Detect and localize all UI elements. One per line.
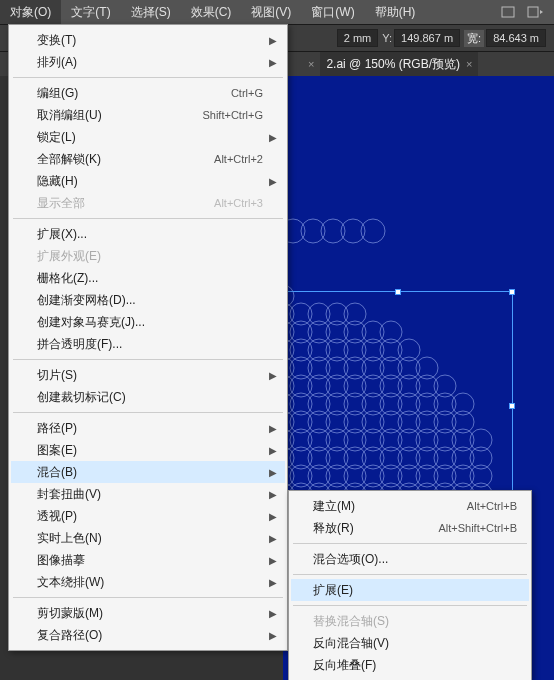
chevron-right-icon: ▶ xyxy=(269,176,277,187)
submenu-options[interactable]: 混合选项(O)... xyxy=(291,548,529,570)
handle[interactable] xyxy=(509,403,515,409)
menu-compound-path[interactable]: 复合路径(O)▶ xyxy=(11,624,285,646)
chevron-right-icon: ▶ xyxy=(269,445,277,456)
object-menu-dropdown: 变换(T)▶ 排列(A)▶ 编组(G)Ctrl+G 取消编组(U)Shift+C… xyxy=(8,24,288,651)
separator xyxy=(13,218,283,219)
menu-slice[interactable]: 切片(S)▶ xyxy=(11,364,285,386)
chevron-right-icon: ▶ xyxy=(269,423,277,434)
toolbar-icon-2[interactable] xyxy=(526,4,546,20)
close-icon[interactable]: × xyxy=(308,52,314,76)
chevron-right-icon: ▶ xyxy=(269,555,277,566)
menu-pattern[interactable]: 图案(E)▶ xyxy=(11,439,285,461)
separator xyxy=(13,77,283,78)
menu-transform[interactable]: 变换(T)▶ xyxy=(11,29,285,51)
menu-text-wrap[interactable]: 文本绕排(W)▶ xyxy=(11,571,285,593)
separator xyxy=(13,412,283,413)
menu-show-all: 显示全部Alt+Ctrl+3 xyxy=(11,192,285,214)
menu-flatten-transparency[interactable]: 拼合透明度(F)... xyxy=(11,333,285,355)
menu-view[interactable]: 视图(V) xyxy=(241,0,301,24)
submenu-reverse-front[interactable]: 反向堆叠(F) xyxy=(291,654,529,676)
menu-type[interactable]: 文字(T) xyxy=(61,0,120,24)
w-label: 宽: xyxy=(464,30,484,47)
toolbar-icon-1[interactable] xyxy=(498,4,518,20)
chevron-right-icon: ▶ xyxy=(269,533,277,544)
tab-label: 2.ai @ 150% (RGB/预览) xyxy=(326,52,460,76)
separator xyxy=(13,359,283,360)
menu-perspective[interactable]: 透视(P)▶ xyxy=(11,505,285,527)
blend-submenu: 建立(M)Alt+Ctrl+B 释放(R)Alt+Shift+Ctrl+B 混合… xyxy=(288,490,532,680)
menu-rasterize[interactable]: 栅格化(Z)... xyxy=(11,267,285,289)
menu-ungroup[interactable]: 取消编组(U)Shift+Ctrl+G xyxy=(11,104,285,126)
chevron-right-icon: ▶ xyxy=(269,577,277,588)
submenu-make[interactable]: 建立(M)Alt+Ctrl+B xyxy=(291,495,529,517)
menu-expand[interactable]: 扩展(X)... xyxy=(11,223,285,245)
tab-doc-1[interactable]: × xyxy=(300,52,320,76)
menu-image-trace[interactable]: 图像描摹▶ xyxy=(11,549,285,571)
unit-field[interactable]: 2 mm xyxy=(337,29,379,47)
menubar: 对象(O) 文字(T) 选择(S) 效果(C) 视图(V) 窗口(W) 帮助(H… xyxy=(0,0,554,24)
submenu-replace-spine: 替换混合轴(S) xyxy=(291,610,529,632)
handle[interactable] xyxy=(395,289,401,295)
separator xyxy=(293,605,527,606)
menu-unlock-all[interactable]: 全部解锁(K)Alt+Ctrl+2 xyxy=(11,148,285,170)
menu-blend[interactable]: 混合(B)▶ xyxy=(11,461,285,483)
chevron-right-icon: ▶ xyxy=(269,132,277,143)
tab-doc-2[interactable]: 2.ai @ 150% (RGB/预览)× xyxy=(320,52,478,76)
chevron-right-icon: ▶ xyxy=(269,511,277,522)
chevron-right-icon: ▶ xyxy=(269,608,277,619)
menu-arrange[interactable]: 排列(A)▶ xyxy=(11,51,285,73)
svg-rect-0 xyxy=(502,7,514,17)
chevron-right-icon: ▶ xyxy=(269,467,277,478)
menu-clipping-mask[interactable]: 剪切蒙版(M)▶ xyxy=(11,602,285,624)
menu-hide[interactable]: 隐藏(H)▶ xyxy=(11,170,285,192)
menu-envelope[interactable]: 封套扭曲(V)▶ xyxy=(11,483,285,505)
submenu-release[interactable]: 释放(R)Alt+Shift+Ctrl+B xyxy=(291,517,529,539)
chevron-right-icon: ▶ xyxy=(269,370,277,381)
separator xyxy=(293,574,527,575)
menu-help[interactable]: 帮助(H) xyxy=(365,0,426,24)
menu-select[interactable]: 选择(S) xyxy=(121,0,181,24)
handle[interactable] xyxy=(509,289,515,295)
menu-expand-appearance: 扩展外观(E) xyxy=(11,245,285,267)
menu-effect[interactable]: 效果(C) xyxy=(181,0,242,24)
submenu-expand[interactable]: 扩展(E) xyxy=(291,579,529,601)
submenu-reverse-spine[interactable]: 反向混合轴(V) xyxy=(291,632,529,654)
menu-object[interactable]: 对象(O) xyxy=(0,0,61,24)
svg-rect-1 xyxy=(528,7,538,17)
chevron-right-icon: ▶ xyxy=(269,489,277,500)
menu-gradient-mesh[interactable]: 创建渐变网格(D)... xyxy=(11,289,285,311)
menu-object-mosaic[interactable]: 创建对象马赛克(J)... xyxy=(11,311,285,333)
menu-live-paint[interactable]: 实时上色(N)▶ xyxy=(11,527,285,549)
menu-path[interactable]: 路径(P)▶ xyxy=(11,417,285,439)
menu-lock[interactable]: 锁定(L)▶ xyxy=(11,126,285,148)
selection-bounds xyxy=(283,291,513,521)
menu-trim-marks[interactable]: 创建裁切标记(C) xyxy=(11,386,285,408)
w-field[interactable]: 84.643 m xyxy=(486,29,546,47)
y-label: Y: xyxy=(382,32,392,44)
chevron-right-icon: ▶ xyxy=(269,630,277,641)
close-icon[interactable]: × xyxy=(466,52,472,76)
y-field[interactable]: 149.867 m xyxy=(394,29,460,47)
menu-group[interactable]: 编组(G)Ctrl+G xyxy=(11,82,285,104)
separator xyxy=(13,597,283,598)
chevron-right-icon: ▶ xyxy=(269,57,277,68)
menu-window[interactable]: 窗口(W) xyxy=(301,0,364,24)
chevron-right-icon: ▶ xyxy=(269,35,277,46)
separator xyxy=(293,543,527,544)
